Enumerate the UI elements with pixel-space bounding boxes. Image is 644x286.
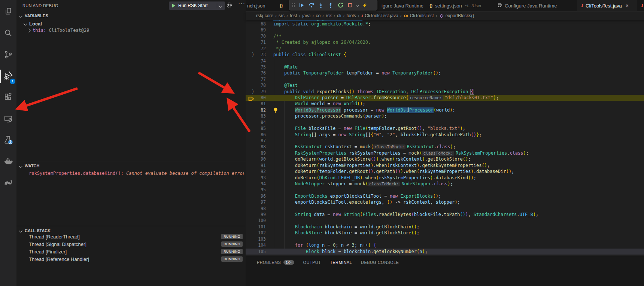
line-number[interactable]: 98 — [252, 206, 266, 211]
code-editor[interactable]: 67import static org.junit.Assert.*;68imp… — [246, 0, 644, 256]
breadcrumb-item[interactable]: src — [279, 13, 285, 18]
thread-row[interactable]: Thread [Reference Handler]RUNNING — [16, 255, 246, 263]
step-over-button[interactable] — [306, 1, 316, 10]
watch-section-header[interactable]: WATCH — [19, 164, 40, 168]
tab-CliToolsTest.java[interactable]: JCliToolsTest.java× — [577, 0, 638, 11]
line-number[interactable]: 78 — [252, 83, 266, 88]
breadcrumb-item[interactable]: rskj-core — [256, 13, 273, 18]
chevron-down-icon[interactable] — [219, 4, 222, 7]
line-number[interactable]: 83 — [252, 113, 266, 119]
extensions-icon — [3, 92, 13, 104]
line-number[interactable]: 74 — [252, 58, 266, 64]
java-file-icon: J — [581, 3, 583, 9]
line-number[interactable]: 102 — [252, 230, 266, 235]
breadcrumb-item[interactable]: test — [290, 13, 297, 18]
line-number[interactable]: 70 — [252, 34, 266, 39]
line-number[interactable]: 73 — [252, 52, 266, 57]
more-actions-icon[interactable]: ··· — [238, 0, 245, 7]
activity-item-source-control[interactable] — [0, 46, 16, 64]
close-icon[interactable]: × — [626, 3, 629, 9]
activity-item-remote-explorer[interactable] — [0, 111, 16, 129]
watch-expression-row[interactable]: rskSystemProperties.databaseKind(): Cann… — [29, 171, 244, 176]
line-number[interactable]: 86 — [252, 132, 266, 137]
line-number[interactable]: 79 — [252, 89, 266, 94]
line-number[interactable]: 77 — [252, 77, 266, 82]
panel-tab-terminal[interactable]: TERMINAL — [330, 260, 352, 265]
panel-tab-problems[interactable]: PROBLEMS1K+ — [257, 260, 294, 265]
activity-item-testing[interactable] — [0, 132, 16, 150]
line-number[interactable]: 68 — [252, 21, 266, 27]
drag-handle-button[interactable] — [291, 1, 297, 10]
stop-button[interactable] — [345, 1, 355, 10]
line-number[interactable]: 93 — [252, 175, 266, 180]
run-configuration-button[interactable]: Run RSK Start — [169, 1, 225, 10]
breadcrumb-item[interactable]: JCliToolsTest.java — [361, 13, 398, 18]
line-number[interactable]: 69 — [252, 27, 266, 33]
search-icon — [3, 28, 13, 39]
line-number[interactable]: 72 — [252, 46, 266, 51]
restart-button[interactable] — [335, 1, 345, 10]
tab-Configure Java Runtime[interactable]: Configure Java Runtime — [493, 0, 578, 11]
hot-code-replace-button[interactable] — [360, 1, 370, 10]
gear-icon[interactable] — [226, 2, 233, 10]
line-number[interactable]: 84 — [252, 120, 266, 125]
line-number[interactable]: 101 — [252, 224, 266, 229]
line-number[interactable]: 92 — [252, 169, 266, 174]
line-number[interactable]: 91 — [252, 163, 266, 168]
line-number[interactable]: 80 — [252, 95, 266, 100]
line-number[interactable]: 87 — [252, 138, 266, 143]
panel-tab-debug-console[interactable]: DEBUG CONSOLE — [361, 260, 399, 265]
line-number[interactable]: 97 — [252, 200, 266, 205]
step-into-button[interactable] — [316, 1, 326, 10]
continue-icon — [298, 2, 304, 8]
variables-scope-local[interactable]: Local — [24, 21, 42, 27]
tab-partial[interactable]: J — [637, 0, 644, 11]
step-out-button[interactable] — [326, 1, 335, 10]
line-number[interactable]: 76 — [252, 70, 266, 76]
line-number[interactable]: 94 — [252, 181, 266, 186]
play-icon — [172, 4, 175, 7]
line-number[interactable]: 88 — [252, 144, 266, 149]
line-number[interactable]: 71 — [252, 40, 266, 45]
activity-item-extensions[interactable] — [0, 89, 16, 107]
breadcrumb-item[interactable]: rsk — [326, 13, 332, 18]
method-symbol-icon — [439, 13, 444, 18]
line-number[interactable]: 104 — [252, 243, 266, 248]
variable-row-this[interactable]: this: CliToolsTest@29 — [27, 28, 89, 33]
thread-row[interactable]: Thread [Signal Dispatcher]RUNNING — [16, 240, 246, 248]
thread-row[interactable]: Thread [Finalizer]RUNNING — [16, 248, 246, 255]
line-number[interactable]: 89 — [252, 150, 266, 156]
line-number[interactable]: 75 — [252, 64, 266, 70]
breadcrumb-item[interactable]: co — [316, 13, 321, 18]
continue-button[interactable] — [297, 1, 306, 10]
line-number[interactable]: 95 — [252, 187, 266, 192]
line-number[interactable]: 103 — [252, 237, 266, 242]
line-number[interactable]: 100 — [252, 218, 266, 223]
breadcrumb-item[interactable]: CliToolsTest — [404, 13, 434, 18]
tab-nch.json[interactable]: nch.json — [246, 0, 276, 11]
thread-row[interactable]: Thread [ReaderThread]RUNNING — [16, 233, 246, 240]
line-number[interactable]: 99 — [252, 212, 266, 217]
activity-item-gradle[interactable] — [0, 174, 16, 192]
line-number[interactable]: 96 — [252, 194, 266, 199]
line-number[interactable]: 105 — [252, 249, 266, 254]
problems-count-badge: 1K+ — [283, 260, 294, 265]
breadcrumb-item[interactable]: tools — [346, 13, 356, 18]
panel-tab-output[interactable]: OUTPUT — [303, 260, 321, 265]
stop-options-button[interactable] — [355, 1, 360, 10]
activity-item-explorer[interactable] — [0, 3, 16, 21]
line-number[interactable]: 85 — [252, 126, 266, 131]
breadcrumb-item[interactable]: exportBlocks() — [439, 13, 474, 18]
breadcrumb-item[interactable]: cli — [337, 13, 341, 18]
activity-item-search[interactable] — [0, 25, 16, 43]
activity-item-run-and-debug[interactable]: 1 — [0, 67, 16, 85]
tab-settings.json[interactable]: {}settings.json~/.../User — [426, 0, 493, 11]
line-number[interactable]: 81 — [252, 101, 266, 106]
variables-section-header[interactable]: VARIABLES — [19, 13, 48, 18]
line-number[interactable]: 90 — [252, 156, 266, 162]
scope-label: Local — [29, 21, 42, 27]
line-number[interactable]: 82 — [252, 107, 266, 113]
activity-item-docker[interactable] — [0, 153, 16, 171]
call-stack-section-header[interactable]: CALL STACK — [19, 228, 51, 233]
breadcrumb-item[interactable]: java — [302, 13, 310, 18]
